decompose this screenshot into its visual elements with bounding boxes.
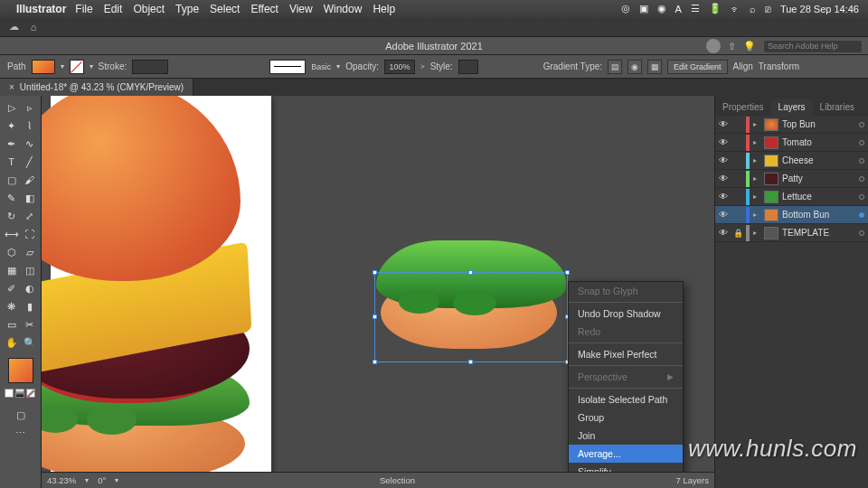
eraser-tool[interactable]: ◧ [22, 190, 38, 206]
control-center-icon[interactable]: ⎚ [765, 4, 771, 14]
menu-edit[interactable]: Edit [104, 3, 123, 15]
fill-color-swatch[interactable] [8, 358, 33, 383]
visibility-icon[interactable]: 👁 [719, 228, 730, 238]
gradient-radial-icon[interactable]: ◉ [627, 60, 642, 74]
visibility-icon[interactable]: 👁 [719, 210, 730, 220]
expand-icon[interactable]: ▸ [753, 192, 760, 201]
symbol-sprayer-tool[interactable]: ❋ [4, 298, 20, 314]
tab-layers[interactable]: Layers [771, 99, 813, 116]
menu-window[interactable]: Window [324, 3, 363, 15]
target-icon[interactable] [859, 176, 864, 182]
layer-row[interactable]: 👁▸Top Bun [715, 116, 868, 134]
handle-icon[interactable] [468, 270, 473, 275]
context-item[interactable]: Average... [569, 445, 683, 463]
layer-row[interactable]: 👁▸Patty [715, 170, 868, 188]
target-icon[interactable] [859, 212, 864, 218]
rectangle-tool[interactable]: ▢ [4, 172, 20, 188]
stroke-swatch[interactable] [70, 60, 84, 74]
edit-gradient-button[interactable]: Edit Gradient [667, 60, 728, 74]
target-icon[interactable] [859, 194, 864, 200]
align-link[interactable]: Align [733, 61, 753, 71]
expand-icon[interactable]: ▸ [753, 156, 760, 164]
pen-tool[interactable]: ✒ [4, 136, 20, 152]
menu-type[interactable]: Type [175, 3, 199, 15]
visibility-icon[interactable]: 👁 [719, 155, 730, 165]
expand-icon[interactable]: ▸ [753, 211, 760, 219]
zoom-level[interactable]: 43.23% [47, 475, 76, 485]
type-tool[interactable]: T [4, 154, 20, 170]
help-search-input[interactable]: Search Adobe Help [763, 40, 863, 53]
menu-view[interactable]: View [289, 3, 313, 15]
artboard-tool[interactable]: ▭ [4, 316, 20, 333]
expand-icon[interactable]: ▸ [753, 174, 760, 183]
status-icon[interactable]: ☰ [691, 3, 700, 14]
expand-icon[interactable]: ▸ [753, 120, 760, 128]
handle-icon[interactable] [468, 360, 473, 364]
layer-row[interactable]: 👁▸Bottom Bun [715, 206, 868, 224]
layer-row[interactable]: 👁▸Tomato [715, 134, 868, 152]
handle-icon[interactable] [373, 270, 377, 275]
rotate-tool[interactable]: ↻ [4, 208, 20, 224]
gradient-linear-icon[interactable]: ▤ [608, 60, 622, 74]
expand-icon[interactable]: ▸ [753, 138, 760, 146]
zoom-tool[interactable]: 🔍 [22, 334, 38, 351]
style-dropdown[interactable] [458, 60, 478, 74]
menu-effect[interactable]: Effect [250, 3, 278, 15]
context-item[interactable]: Make Pixel Perfect [569, 345, 683, 363]
shape-builder-tool[interactable]: ⬡ [4, 244, 20, 260]
transform-link[interactable]: Transform [759, 61, 799, 71]
context-item[interactable]: Group [569, 408, 683, 427]
paintbrush-tool[interactable]: 🖌 [22, 172, 38, 188]
shaper-tool[interactable]: ✎ [4, 190, 20, 206]
canvas[interactable]: Snap to GlyphUndo Drop ShadowRedoMake Pi… [42, 96, 714, 488]
perspective-tool[interactable]: ▱ [22, 244, 38, 260]
direct-selection-tool[interactable]: ▹ [22, 99, 38, 116]
home-icon[interactable]: ⌂ [27, 21, 40, 33]
status-icon[interactable]: ▣ [639, 3, 648, 14]
lock-icon[interactable]: 🔒 [733, 229, 742, 238]
graph-tool[interactable]: ▮ [22, 298, 38, 314]
gradient-freeform-icon[interactable]: ▦ [647, 60, 662, 74]
target-icon[interactable] [859, 122, 864, 127]
app-name[interactable]: Illustrator [16, 3, 66, 15]
handle-icon[interactable] [565, 270, 570, 275]
cloud-icon[interactable]: ☁ [7, 21, 20, 33]
slice-tool[interactable]: ✂ [22, 316, 38, 333]
magic-wand-tool[interactable]: ✦ [4, 117, 20, 134]
share-icon[interactable]: ⇧ [728, 37, 736, 55]
tab-libraries[interactable]: Libraries [813, 99, 862, 116]
wifi-icon[interactable]: ᯤ [731, 4, 741, 14]
status-icon[interactable]: ◉ [657, 3, 666, 14]
status-icon[interactable]: ◎ [621, 3, 630, 14]
handle-icon[interactable] [373, 360, 377, 364]
selection-tool[interactable]: ▷ [4, 99, 20, 116]
mesh-tool[interactable]: ▦ [4, 262, 20, 278]
expand-icon[interactable]: ▸ [753, 229, 760, 237]
handle-icon[interactable] [373, 314, 377, 319]
stroke-weight-input[interactable] [132, 60, 168, 74]
brush-dropdown[interactable] [269, 60, 306, 74]
visibility-icon[interactable]: 👁 [719, 192, 730, 202]
curvature-tool[interactable]: ∿ [22, 136, 38, 152]
rotate-level[interactable]: 0° [98, 475, 106, 485]
layer-row[interactable]: 👁▸Cheese [715, 152, 868, 170]
clock[interactable]: Tue 28 Sep 14:46 [780, 4, 859, 14]
search-icon[interactable]: ⌕ [750, 4, 756, 14]
menu-object[interactable]: Object [133, 3, 165, 15]
visibility-icon[interactable]: 👁 [719, 119, 730, 129]
user-avatar[interactable] [706, 39, 721, 53]
color-mode-row[interactable] [5, 389, 37, 399]
menu-help[interactable]: Help [373, 3, 395, 15]
layer-row[interactable]: 👁🔒▸TEMPLATE [715, 224, 868, 242]
opacity-input[interactable]: 100% [384, 60, 415, 74]
hand-tool[interactable]: ✋ [4, 334, 20, 351]
free-transform-tool[interactable]: ⛶ [22, 226, 38, 242]
visibility-icon[interactable]: 👁 [719, 137, 730, 147]
blend-tool[interactable]: ◐ [22, 280, 38, 296]
context-item[interactable]: Isolate Selected Path [569, 390, 683, 408]
context-item[interactable]: Undo Drop Shadow [569, 305, 683, 323]
layer-row[interactable]: 👁▸Lettuce [715, 188, 868, 206]
fill-swatch[interactable] [32, 60, 55, 74]
battery-icon[interactable]: 🔋 [709, 3, 722, 14]
target-icon[interactable] [859, 158, 864, 164]
